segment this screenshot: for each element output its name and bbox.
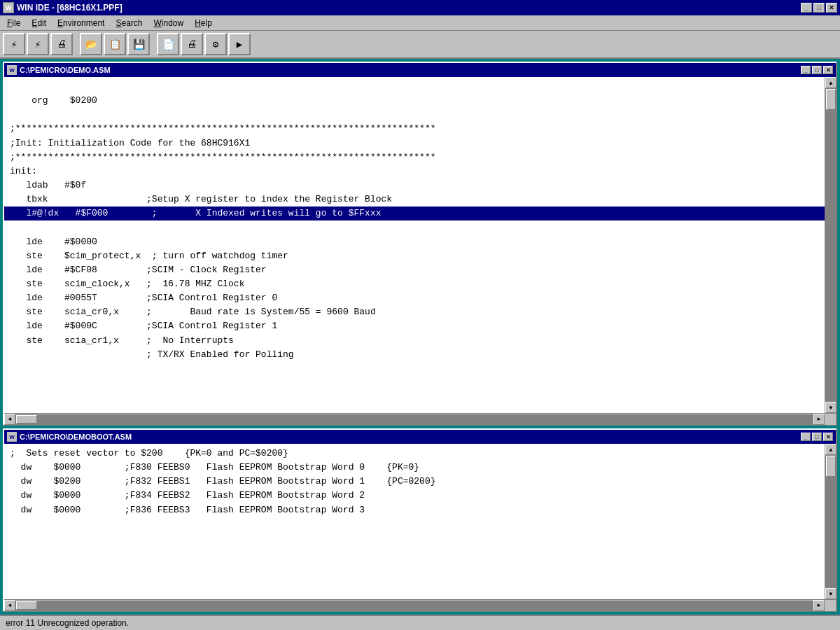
- bottom-editor-content-wrapper: ; Sets reset vector to $200 {PK=0 and PC…: [4, 444, 836, 599]
- toolbar: ⚡ ⚡ 🖨 📂 📋 💾 📄 🖨 ⚙ ▶: [0, 31, 840, 59]
- top-scrollbar-up[interactable]: ▲: [825, 77, 836, 88]
- bottom-editor-scrollbar-h-wrapper: ◄ ►: [4, 599, 836, 610]
- bottom-scrollbar-right[interactable]: ►: [813, 600, 825, 611]
- menu-bar: File Edit Environment Search Window Help: [0, 15, 840, 31]
- toolbar-save-button[interactable]: 💾: [127, 33, 150, 55]
- top-editor-title: C:\PEMICRO\DEMO.ASM: [20, 66, 111, 74]
- toolbar-flash-button[interactable]: ⚡: [27, 33, 49, 55]
- top-scrollbar-track-v[interactable]: [825, 88, 836, 402]
- bottom-editor-title: C:\PEMICRO\DEMOBOOT.ASM: [20, 433, 132, 441]
- bottom-editor-title-left: W C:\PEMICRO\DEMOBOOT.ASM: [7, 432, 132, 442]
- bottom-editor-window: W C:\PEMICRO\DEMOBOOT.ASM _ □ ✕ ; Sets r…: [3, 428, 837, 612]
- highlighted-line: l#@!dx #$F000 ; X Indexed writes will go…: [4, 206, 825, 220]
- top-editor-window: W C:\PEMICRO\DEMO.ASM _ □ ✕ org $0200 ;*…: [3, 62, 837, 426]
- status-message: error 11 Unrecognized operation.: [6, 618, 129, 628]
- status-bar: error 11 Unrecognized operation.: [0, 615, 840, 630]
- top-scrollbar-corner: [825, 414, 836, 425]
- top-scrollbar-down[interactable]: ▼: [825, 402, 836, 413]
- top-editor-scrollbar-h[interactable]: ◄ ►: [4, 414, 825, 424]
- bottom-scrollbar-down[interactable]: ▼: [825, 588, 836, 599]
- main-area: W C:\PEMICRO\DEMO.ASM _ □ ✕ org $0200 ;*…: [0, 59, 840, 615]
- bottom-editor-scrollbar-h[interactable]: ◄ ►: [4, 600, 825, 610]
- top-editor-scrollbar-v[interactable]: ▲ ▼: [825, 77, 836, 413]
- top-scrollbar-thumb-h[interactable]: [16, 415, 37, 424]
- top-editor-controls[interactable]: _ □ ✕: [801, 66, 833, 74]
- toolbar-run-button[interactable]: ⚡: [3, 33, 25, 55]
- menu-help[interactable]: Help: [189, 17, 218, 29]
- top-editor-maximize[interactable]: □: [812, 66, 822, 74]
- menu-search[interactable]: Search: [110, 17, 148, 29]
- top-editor-close[interactable]: ✕: [823, 66, 833, 74]
- bottom-editor-close[interactable]: ✕: [823, 433, 833, 441]
- top-editor-title-left: W C:\PEMICRO\DEMO.ASM: [7, 65, 111, 75]
- top-editor-icon: W: [7, 65, 17, 75]
- maximize-button[interactable]: □: [813, 3, 825, 13]
- menu-file[interactable]: File: [1, 17, 26, 29]
- bottom-scrollbar-corner: [825, 600, 836, 611]
- bottom-scrollbar-track-v[interactable]: [825, 455, 836, 588]
- menu-window[interactable]: Window: [148, 17, 190, 29]
- toolbar-build-button[interactable]: 🖨: [50, 33, 73, 55]
- toolbar-open-button[interactable]: 📂: [80, 33, 102, 55]
- top-editor-content[interactable]: org $0200 ;*****************************…: [4, 77, 825, 413]
- top-scrollbar-left[interactable]: ◄: [4, 414, 15, 425]
- top-scrollbar-thumb-v[interactable]: [826, 89, 836, 110]
- title-bar-controls[interactable]: _ □ ✕: [801, 3, 837, 13]
- toolbar-print-button[interactable]: 🖨: [181, 33, 203, 55]
- toolbar-close-button[interactable]: 📋: [104, 33, 126, 55]
- menu-environment[interactable]: Environment: [52, 17, 110, 29]
- bottom-editor-scrollbar-v[interactable]: ▲ ▼: [825, 444, 836, 599]
- bottom-editor-controls[interactable]: _ □ ✕: [801, 433, 833, 441]
- app-title: WIN IDE - [68HC16X1.PPF]: [17, 3, 122, 13]
- bottom-scrollbar-track-h[interactable]: [15, 601, 813, 610]
- bottom-editor-content[interactable]: ; Sets reset vector to $200 {PK=0 and PC…: [4, 444, 825, 599]
- minimize-button[interactable]: _: [801, 3, 812, 13]
- toolbar-compile-button[interactable]: ⚙: [204, 33, 227, 55]
- bottom-scrollbar-up[interactable]: ▲: [825, 444, 836, 455]
- bottom-editor-icon: W: [7, 432, 17, 442]
- bottom-editor-maximize[interactable]: □: [812, 433, 822, 441]
- bottom-editor-minimize[interactable]: _: [801, 433, 811, 441]
- top-editor-title-bar: W C:\PEMICRO\DEMO.ASM _ □ ✕: [4, 63, 836, 77]
- toolbar-new-button[interactable]: 📄: [157, 33, 179, 55]
- close-button[interactable]: ✕: [826, 3, 837, 13]
- bottom-editor-title-bar: W C:\PEMICRO\DEMOBOOT.ASM _ □ ✕: [4, 430, 836, 444]
- title-bar-left: W WIN IDE - [68HC16X1.PPF]: [3, 2, 122, 13]
- top-editor-minimize[interactable]: _: [801, 66, 811, 74]
- toolbar-go-button[interactable]: ▶: [228, 33, 251, 55]
- bottom-scrollbar-thumb-h[interactable]: [16, 601, 37, 610]
- app-icon: W: [3, 2, 14, 13]
- bottom-scrollbar-thumb-v[interactable]: [826, 456, 836, 477]
- top-scrollbar-track-h[interactable]: [15, 414, 813, 424]
- top-scrollbar-right[interactable]: ►: [813, 414, 825, 425]
- app-title-bar: W WIN IDE - [68HC16X1.PPF] _ □ ✕: [0, 0, 840, 15]
- top-editor-scrollbar-h-wrapper: ◄ ►: [4, 413, 836, 424]
- bottom-scrollbar-left[interactable]: ◄: [4, 600, 15, 611]
- menu-edit[interactable]: Edit: [26, 17, 52, 29]
- top-editor-content-wrapper: org $0200 ;*****************************…: [4, 77, 836, 413]
